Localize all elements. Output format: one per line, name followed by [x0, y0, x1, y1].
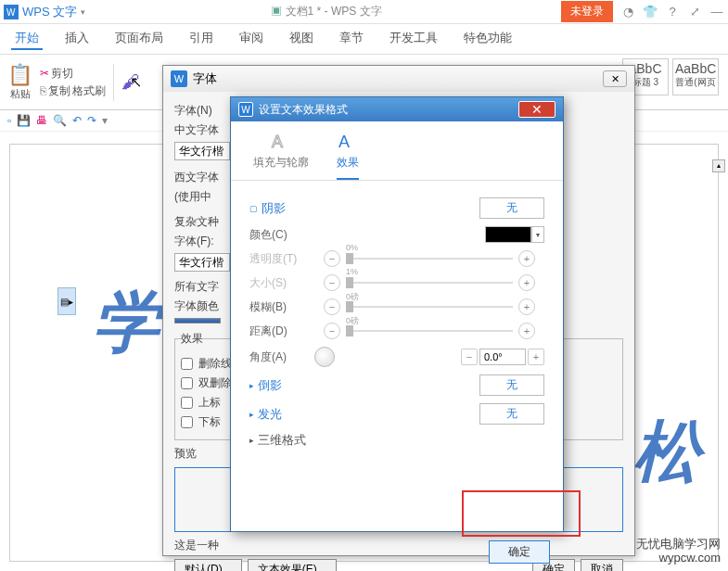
- qat-undo[interactable]: ↶: [72, 114, 82, 127]
- cursor-icon: ↖: [130, 73, 142, 91]
- strike-check[interactable]: [181, 358, 193, 370]
- size-label: 大小(S): [249, 275, 314, 291]
- effect-ok-button[interactable]: 确定: [489, 540, 550, 564]
- blur-label: 模糊(B): [249, 299, 314, 315]
- tab-view[interactable]: 视图: [286, 28, 317, 50]
- threed-section[interactable]: ▸三维格式: [249, 432, 544, 449]
- text-effect-dialog: W 设置文本效果格式 ✕ A 填充与轮廓 A 效果 ▢阴影 无 颜色(C) ▾ …: [230, 96, 564, 532]
- ribbon-tabs: 开始 插入 页面布局 引用 审阅 视图 章节 开发工具 特色功能: [0, 24, 728, 55]
- qat-redo[interactable]: ↷: [87, 114, 96, 127]
- preview-label: 预览: [174, 447, 197, 460]
- cn-font-label: 中文字体: [174, 122, 219, 138]
- color-dropdown[interactable]: ▾: [531, 226, 544, 243]
- font-cancel-button[interactable]: 取消: [581, 559, 623, 571]
- cn-font-input[interactable]: [174, 142, 230, 160]
- dist-minus[interactable]: −: [324, 323, 340, 339]
- effects-legend: 效果: [181, 331, 203, 347]
- help-icon[interactable]: ?: [665, 5, 680, 19]
- blur-plus[interactable]: +: [518, 298, 535, 315]
- shadow-section[interactable]: ▢阴影 无: [249, 197, 544, 219]
- reflection-section[interactable]: ▸倒影 无: [249, 374, 544, 396]
- tab-start[interactable]: 开始: [11, 28, 43, 50]
- tab-feature[interactable]: 特色功能: [460, 28, 516, 50]
- reflection-preset[interactable]: 无: [479, 374, 544, 396]
- tab-dev[interactable]: 开发工具: [386, 28, 441, 50]
- svg-text:A: A: [272, 133, 283, 151]
- size-plus[interactable]: +: [518, 274, 535, 291]
- size-val: 1%: [346, 267, 358, 276]
- color-label: 颜色(C): [249, 227, 314, 243]
- west-font-label: 西文字体: [174, 170, 219, 185]
- angle-input[interactable]: [479, 349, 526, 365]
- glow-preset[interactable]: 无: [479, 403, 544, 425]
- cut-button[interactable]: ✂剪切: [40, 66, 106, 82]
- sub-label: 下标: [198, 414, 221, 430]
- font-color-label: 字体颜色: [174, 298, 219, 314]
- shadow-preset[interactable]: 无: [479, 197, 544, 219]
- glow-section[interactable]: ▸发光 无: [249, 403, 544, 425]
- effect-dialog-icon: W: [238, 102, 253, 117]
- dblstrike-label: 双删除: [198, 375, 232, 391]
- dist-plus[interactable]: +: [518, 323, 535, 339]
- angle-plus[interactable]: +: [528, 349, 544, 365]
- use-cn-label: (使用中: [174, 189, 211, 205]
- svg-text:A: A: [338, 133, 350, 151]
- shirt-icon[interactable]: 👕: [643, 5, 658, 19]
- effect-dialog-title: 设置文本效果格式: [259, 102, 348, 118]
- super-check[interactable]: [181, 397, 193, 409]
- scroll-up[interactable]: ▴: [712, 159, 725, 172]
- qat-save[interactable]: 💾: [17, 114, 31, 127]
- paste-icon[interactable]: 📋: [7, 63, 32, 87]
- all-text-label: 所有文字: [174, 279, 219, 295]
- document-title: ▣ 文档1 * - WPS 文字: [271, 4, 381, 19]
- restore-icon[interactable]: ⤢: [687, 5, 702, 19]
- strike-label: 删除线: [198, 356, 232, 372]
- tab-fill-outline[interactable]: A 填充与轮廓: [253, 133, 309, 180]
- font-n-label: 字体(N): [174, 103, 212, 119]
- tab-review[interactable]: 审阅: [236, 28, 267, 50]
- font-f-label: 字体(F):: [174, 234, 214, 249]
- minimize-icon[interactable]: —: [709, 5, 724, 19]
- copy-button[interactable]: ⎘复制 格式刷: [40, 83, 106, 99]
- qat-print[interactable]: 🖶: [36, 114, 47, 127]
- trans-plus[interactable]: +: [518, 250, 535, 267]
- tab-chapter[interactable]: 章节: [336, 28, 367, 50]
- font-dialog-title: 字体: [193, 70, 217, 87]
- dialog-icon: W: [171, 70, 187, 87]
- sample-text-2: 松: [633, 408, 700, 497]
- angle-knob[interactable]: [314, 347, 335, 367]
- side-panel-tab[interactable]: ▤▸: [57, 287, 76, 315]
- blur-minus[interactable]: −: [324, 298, 340, 315]
- app-logo: W WPS 文字 ▾: [4, 4, 85, 20]
- svg-text:W: W: [6, 7, 16, 18]
- watermark: 无忧电脑学习网wypcw.com: [636, 537, 721, 565]
- tab-layout[interactable]: 页面布局: [111, 28, 167, 50]
- color-swatch[interactable]: [485, 226, 531, 243]
- trans-val: 0%: [346, 243, 358, 252]
- angle-label: 角度(A): [249, 349, 314, 365]
- paste-label: 粘贴: [10, 87, 31, 101]
- complex-label: 复杂文种: [174, 214, 219, 230]
- effect-dialog-close[interactable]: ✕: [518, 101, 556, 118]
- font-dialog-close[interactable]: ✕: [603, 70, 627, 87]
- size-minus[interactable]: −: [324, 274, 340, 291]
- dblstrike-check[interactable]: [181, 377, 193, 389]
- tab-effect[interactable]: A 效果: [337, 133, 359, 180]
- sample-text: 学: [93, 278, 160, 367]
- tab-insert[interactable]: 插入: [61, 28, 93, 50]
- tab-ref[interactable]: 引用: [185, 28, 217, 50]
- qat-new[interactable]: ▫: [7, 114, 11, 127]
- angle-minus[interactable]: −: [461, 349, 478, 365]
- trans-minus[interactable]: −: [324, 250, 340, 267]
- distance-label: 距离(D): [249, 324, 314, 339]
- transparency-label: 透明度(T): [249, 251, 314, 267]
- skin-icon[interactable]: ◔: [620, 5, 635, 19]
- complex-font-input[interactable]: [174, 253, 230, 272]
- sub-check[interactable]: [181, 416, 193, 428]
- style-normal[interactable]: AaBbC普通(网页: [672, 58, 719, 95]
- login-button[interactable]: 未登录: [561, 1, 613, 22]
- qat-preview[interactable]: 🔍: [53, 114, 67, 127]
- super-label: 上标: [198, 395, 221, 411]
